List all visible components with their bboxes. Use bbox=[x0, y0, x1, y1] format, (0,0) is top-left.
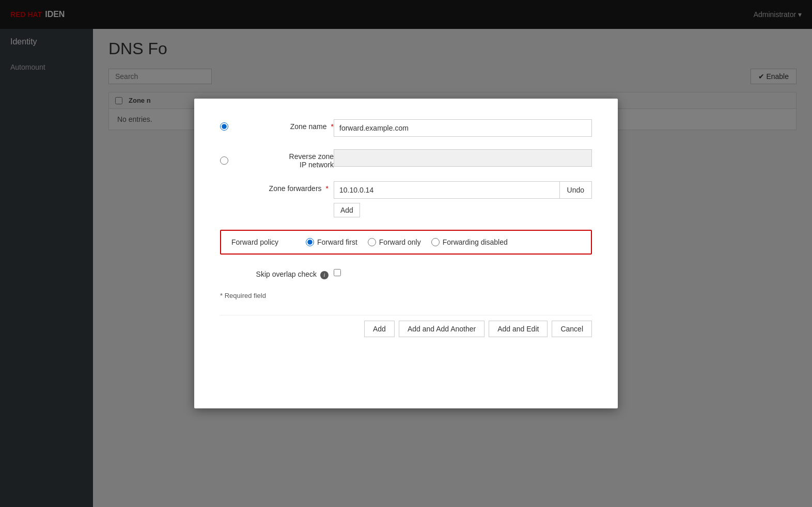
policy-forwarding-disabled[interactable]: Forwarding disabled bbox=[431, 238, 508, 246]
skip-overlap-info-icon[interactable]: i bbox=[320, 271, 329, 279]
forwarding-disabled-radio[interactable] bbox=[431, 238, 440, 246]
skip-overlap-group: Skip overlap check i bbox=[220, 267, 592, 279]
zone-forwarders-control: Undo Add bbox=[334, 181, 592, 217]
policy-forward-only[interactable]: Forward only bbox=[368, 238, 421, 246]
add-button[interactable]: Add bbox=[364, 321, 395, 337]
policy-forward-first[interactable]: Forward first bbox=[306, 238, 357, 246]
required-note: * Required field bbox=[220, 292, 592, 299]
forward-policy-group: Forward policy Forward first Forward onl… bbox=[220, 230, 592, 255]
skip-overlap-control bbox=[334, 267, 592, 276]
zone-name-label[interactable]: Zone name bbox=[232, 122, 327, 131]
forward-first-label: Forward first bbox=[317, 238, 357, 246]
undo-button[interactable]: Undo bbox=[559, 181, 592, 199]
skip-overlap-label[interactable]: Skip overlap check i bbox=[220, 270, 329, 279]
add-forwarder-button[interactable]: Add bbox=[334, 203, 360, 217]
add-and-add-another-button[interactable]: Add and Add Another bbox=[399, 321, 485, 337]
modal-footer: Add Add and Add Another Add and Edit Can… bbox=[220, 315, 592, 337]
zone-name-group: Zone name * bbox=[220, 119, 592, 137]
forward-only-label: Forward only bbox=[379, 238, 421, 246]
reverse-zone-control bbox=[334, 149, 592, 167]
reverse-zone-group: Reverse zoneIP network bbox=[220, 149, 592, 169]
forwarder-input[interactable] bbox=[334, 181, 559, 199]
zone-name-label-col: Zone name * bbox=[220, 119, 334, 131]
zone-forwarders-group: Zone forwarders * Undo Add bbox=[220, 181, 592, 217]
forwarder-input-row: Undo bbox=[334, 181, 592, 199]
forward-only-radio[interactable] bbox=[368, 238, 376, 246]
policy-options: Forward first Forward only Forwarding di… bbox=[306, 238, 508, 246]
zone-name-control bbox=[334, 119, 592, 137]
cancel-button[interactable]: Cancel bbox=[552, 321, 592, 337]
zone-name-radio[interactable] bbox=[220, 122, 228, 131]
reverse-zone-input bbox=[334, 149, 592, 167]
skip-overlap-label-col: Skip overlap check i bbox=[220, 267, 334, 279]
reverse-zone-label-col: Reverse zoneIP network bbox=[220, 149, 334, 169]
forward-policy-label: Forward policy bbox=[231, 238, 293, 246]
modal-dialog: Zone name * Reverse zoneIP network Zone … bbox=[194, 99, 618, 408]
add-and-edit-button[interactable]: Add and Edit bbox=[489, 321, 548, 337]
forward-policy-control: Forward policy Forward first Forward onl… bbox=[220, 230, 592, 255]
reverse-zone-radio[interactable] bbox=[220, 156, 228, 165]
forwarders-required: * bbox=[326, 184, 329, 193]
reverse-zone-label[interactable]: Reverse zoneIP network bbox=[232, 152, 334, 169]
forwarding-disabled-label: Forwarding disabled bbox=[443, 238, 508, 246]
forward-policy-box: Forward policy Forward first Forward onl… bbox=[220, 230, 592, 255]
zone-forwarders-label-col: Zone forwarders * bbox=[220, 181, 334, 193]
zone-name-input[interactable] bbox=[334, 119, 592, 137]
zone-forwarders-label: Zone forwarders bbox=[220, 184, 322, 193]
forward-first-radio[interactable] bbox=[306, 238, 314, 246]
skip-overlap-checkbox[interactable] bbox=[334, 269, 341, 276]
